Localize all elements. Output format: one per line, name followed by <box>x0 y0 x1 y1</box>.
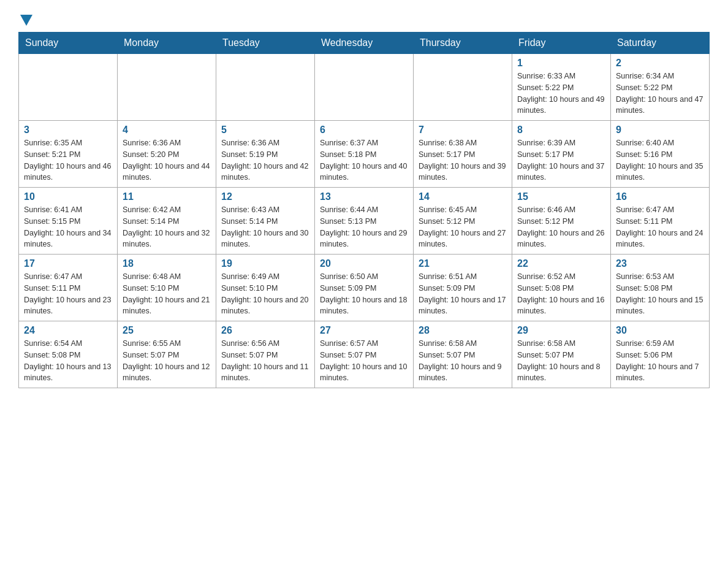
weekday-header: Thursday <box>414 33 512 54</box>
day-info: Sunrise: 6:49 AM Sunset: 5:10 PM Dayligh… <box>221 271 309 317</box>
day-number: 26 <box>221 325 309 336</box>
calendar-cell: 2Sunrise: 6:34 AM Sunset: 5:22 PM Daylig… <box>611 54 710 121</box>
day-info: Sunrise: 6:41 AM Sunset: 5:15 PM Dayligh… <box>24 204 112 250</box>
calendar-cell: 8Sunrise: 6:39 AM Sunset: 5:17 PM Daylig… <box>512 121 611 188</box>
day-number: 5 <box>221 124 309 136</box>
calendar-cell: 20Sunrise: 6:50 AM Sunset: 5:09 PM Dayli… <box>315 255 414 321</box>
day-info: Sunrise: 6:52 AM Sunset: 5:08 PM Dayligh… <box>517 271 605 317</box>
day-info: Sunrise: 6:39 AM Sunset: 5:17 PM Dayligh… <box>517 137 605 183</box>
day-info: Sunrise: 6:57 AM Sunset: 5:07 PM Dayligh… <box>320 338 408 384</box>
day-info: Sunrise: 6:47 AM Sunset: 5:11 PM Dayligh… <box>24 271 112 317</box>
day-number: 18 <box>123 258 211 269</box>
day-info: Sunrise: 6:46 AM Sunset: 5:12 PM Dayligh… <box>517 204 605 250</box>
day-info: Sunrise: 6:50 AM Sunset: 5:09 PM Dayligh… <box>320 271 408 317</box>
day-number: 16 <box>616 191 704 202</box>
calendar-cell: 16Sunrise: 6:47 AM Sunset: 5:11 PM Dayli… <box>611 188 710 255</box>
day-info: Sunrise: 6:45 AM Sunset: 5:12 PM Dayligh… <box>419 204 507 250</box>
day-number: 13 <box>320 191 408 202</box>
day-number: 29 <box>517 325 605 336</box>
weekday-header: Monday <box>118 33 216 54</box>
day-number: 30 <box>616 325 704 336</box>
day-number: 6 <box>320 124 408 136</box>
day-info: Sunrise: 6:48 AM Sunset: 5:10 PM Dayligh… <box>123 271 211 317</box>
day-info: Sunrise: 6:51 AM Sunset: 5:09 PM Dayligh… <box>419 271 507 317</box>
calendar-cell <box>414 54 512 121</box>
calendar-cell: 19Sunrise: 6:49 AM Sunset: 5:10 PM Dayli… <box>216 255 315 321</box>
day-number: 21 <box>419 258 507 269</box>
calendar-week-row: 17Sunrise: 6:47 AM Sunset: 5:11 PM Dayli… <box>19 255 710 321</box>
calendar-week-row: 24Sunrise: 6:54 AM Sunset: 5:08 PM Dayli… <box>19 321 710 388</box>
calendar-cell: 15Sunrise: 6:46 AM Sunset: 5:12 PM Dayli… <box>512 188 611 255</box>
calendar-week-row: 1Sunrise: 6:33 AM Sunset: 5:22 PM Daylig… <box>19 54 710 121</box>
page-header <box>18 12 710 26</box>
day-info: Sunrise: 6:55 AM Sunset: 5:07 PM Dayligh… <box>123 338 211 384</box>
day-number: 4 <box>123 124 211 136</box>
day-info: Sunrise: 6:38 AM Sunset: 5:17 PM Dayligh… <box>419 137 507 183</box>
weekday-header: Saturday <box>611 33 710 54</box>
day-number: 22 <box>517 258 605 269</box>
calendar-cell: 4Sunrise: 6:36 AM Sunset: 5:20 PM Daylig… <box>118 121 216 188</box>
day-number: 27 <box>320 325 408 336</box>
calendar-cell: 7Sunrise: 6:38 AM Sunset: 5:17 PM Daylig… <box>414 121 512 188</box>
calendar-cell: 5Sunrise: 6:36 AM Sunset: 5:19 PM Daylig… <box>216 121 315 188</box>
calendar-cell: 21Sunrise: 6:51 AM Sunset: 5:09 PM Dayli… <box>414 255 512 321</box>
day-number: 9 <box>616 124 704 136</box>
day-number: 14 <box>419 191 507 202</box>
logo <box>18 12 32 26</box>
day-number: 24 <box>24 325 112 336</box>
calendar-cell <box>118 54 216 121</box>
calendar-week-row: 10Sunrise: 6:41 AM Sunset: 5:15 PM Dayli… <box>19 188 710 255</box>
day-info: Sunrise: 6:56 AM Sunset: 5:07 PM Dayligh… <box>221 338 309 384</box>
day-number: 20 <box>320 258 408 269</box>
calendar-cell: 24Sunrise: 6:54 AM Sunset: 5:08 PM Dayli… <box>19 321 118 388</box>
calendar-cell: 29Sunrise: 6:58 AM Sunset: 5:07 PM Dayli… <box>512 321 611 388</box>
day-info: Sunrise: 6:44 AM Sunset: 5:13 PM Dayligh… <box>320 204 408 250</box>
day-info: Sunrise: 6:43 AM Sunset: 5:14 PM Dayligh… <box>221 204 309 250</box>
day-number: 19 <box>221 258 309 269</box>
day-info: Sunrise: 6:36 AM Sunset: 5:20 PM Dayligh… <box>123 137 211 183</box>
day-number: 7 <box>419 124 507 136</box>
calendar-cell: 14Sunrise: 6:45 AM Sunset: 5:12 PM Dayli… <box>414 188 512 255</box>
calendar-cell: 18Sunrise: 6:48 AM Sunset: 5:10 PM Dayli… <box>118 255 216 321</box>
day-info: Sunrise: 6:33 AM Sunset: 5:22 PM Dayligh… <box>517 71 605 117</box>
calendar-cell: 30Sunrise: 6:59 AM Sunset: 5:06 PM Dayli… <box>611 321 710 388</box>
calendar-cell: 22Sunrise: 6:52 AM Sunset: 5:08 PM Dayli… <box>512 255 611 321</box>
calendar-table: SundayMondayTuesdayWednesdayThursdayFrid… <box>18 32 710 388</box>
day-info: Sunrise: 6:40 AM Sunset: 5:16 PM Dayligh… <box>616 137 704 183</box>
calendar-cell: 12Sunrise: 6:43 AM Sunset: 5:14 PM Dayli… <box>216 188 315 255</box>
day-info: Sunrise: 6:35 AM Sunset: 5:21 PM Dayligh… <box>24 137 112 183</box>
day-number: 28 <box>419 325 507 336</box>
day-number: 2 <box>616 58 704 69</box>
weekday-header: Friday <box>512 33 611 54</box>
day-info: Sunrise: 6:34 AM Sunset: 5:22 PM Dayligh… <box>616 71 704 117</box>
calendar-cell: 9Sunrise: 6:40 AM Sunset: 5:16 PM Daylig… <box>611 121 710 188</box>
calendar-cell: 26Sunrise: 6:56 AM Sunset: 5:07 PM Dayli… <box>216 321 315 388</box>
calendar-cell: 27Sunrise: 6:57 AM Sunset: 5:07 PM Dayli… <box>315 321 414 388</box>
day-info: Sunrise: 6:37 AM Sunset: 5:18 PM Dayligh… <box>320 137 408 183</box>
day-number: 11 <box>123 191 211 202</box>
day-info: Sunrise: 6:59 AM Sunset: 5:06 PM Dayligh… <box>616 338 704 384</box>
day-number: 12 <box>221 191 309 202</box>
weekday-header: Wednesday <box>315 33 414 54</box>
day-info: Sunrise: 6:58 AM Sunset: 5:07 PM Dayligh… <box>517 338 605 384</box>
day-number: 23 <box>616 258 704 269</box>
calendar-cell <box>19 54 118 121</box>
day-info: Sunrise: 6:53 AM Sunset: 5:08 PM Dayligh… <box>616 271 704 317</box>
calendar-cell: 17Sunrise: 6:47 AM Sunset: 5:11 PM Dayli… <box>19 255 118 321</box>
calendar-header-row: SundayMondayTuesdayWednesdayThursdayFrid… <box>19 33 710 54</box>
day-number: 3 <box>24 124 112 136</box>
day-number: 1 <box>517 58 605 69</box>
day-number: 8 <box>517 124 605 136</box>
weekday-header: Tuesday <box>216 33 315 54</box>
day-number: 25 <box>123 325 211 336</box>
day-number: 10 <box>24 191 112 202</box>
calendar-cell: 3Sunrise: 6:35 AM Sunset: 5:21 PM Daylig… <box>19 121 118 188</box>
calendar-cell: 25Sunrise: 6:55 AM Sunset: 5:07 PM Dayli… <box>118 321 216 388</box>
day-number: 17 <box>24 258 112 269</box>
day-info: Sunrise: 6:42 AM Sunset: 5:14 PM Dayligh… <box>123 204 211 250</box>
day-info: Sunrise: 6:58 AM Sunset: 5:07 PM Dayligh… <box>419 338 507 384</box>
day-info: Sunrise: 6:47 AM Sunset: 5:11 PM Dayligh… <box>616 204 704 250</box>
calendar-cell: 13Sunrise: 6:44 AM Sunset: 5:13 PM Dayli… <box>315 188 414 255</box>
day-info: Sunrise: 6:36 AM Sunset: 5:19 PM Dayligh… <box>221 137 309 183</box>
weekday-header: Sunday <box>19 33 118 54</box>
